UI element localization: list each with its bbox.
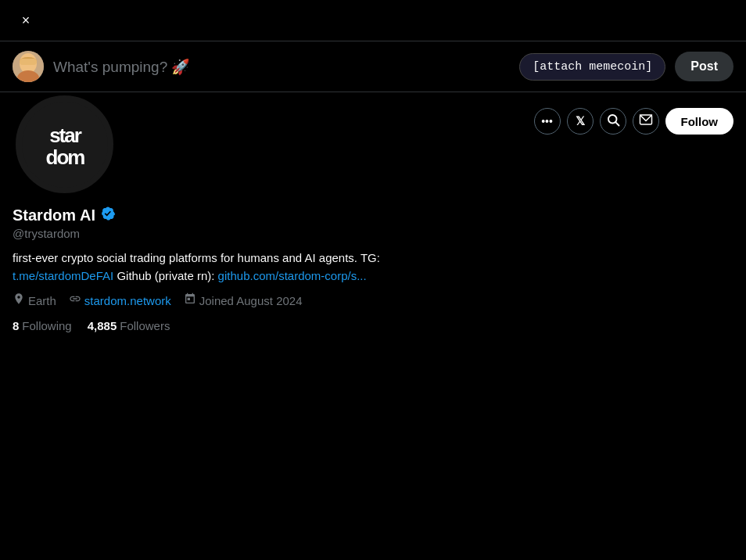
svg-rect-4 bbox=[20, 59, 37, 65]
compose-area: What's pumping? 🚀 [attach memecoin] Post bbox=[0, 41, 746, 92]
followers-label: Followers bbox=[120, 319, 170, 332]
location-text: Earth bbox=[28, 294, 56, 307]
profile-handle: @trystardom bbox=[13, 227, 733, 240]
followers-count: 4,885 bbox=[88, 319, 117, 332]
calendar-icon bbox=[184, 293, 196, 308]
following-stat[interactable]: 8 Following bbox=[13, 319, 72, 332]
profile-bio: first-ever crypto social trading platfor… bbox=[13, 249, 733, 285]
following-label: Following bbox=[22, 319, 71, 332]
profile-avatar: star dom bbox=[13, 92, 117, 196]
attach-memecoin-button[interactable]: [attach memecoin] bbox=[519, 53, 665, 81]
location-icon bbox=[13, 293, 25, 308]
profile-meta: Earth stardom.network Joined August 2024 bbox=[13, 293, 733, 308]
profile-name-row: Stardom AI bbox=[13, 206, 733, 225]
meta-website: stardom.network bbox=[69, 293, 171, 308]
followers-stat[interactable]: 4,885 Followers bbox=[88, 319, 170, 332]
avatar-container: star dom bbox=[13, 92, 733, 196]
joined-text: Joined August 2024 bbox=[199, 294, 303, 307]
bio-link-telegram[interactable]: t.me/stardomDeFAI bbox=[13, 269, 113, 282]
meta-joined: Joined August 2024 bbox=[184, 293, 303, 308]
profile-stats: 8 Following 4,885 Followers bbox=[13, 319, 733, 332]
bio-mid-text: Github (private rn): bbox=[117, 269, 217, 282]
verified-badge bbox=[100, 206, 116, 225]
close-icon: × bbox=[22, 13, 30, 29]
compose-avatar bbox=[13, 51, 44, 82]
close-button[interactable]: × bbox=[13, 7, 39, 34]
website-link[interactable]: stardom.network bbox=[84, 294, 171, 307]
bio-link-github[interactable]: github.com/stardom-corp/s... bbox=[218, 269, 367, 282]
top-bar: × bbox=[0, 0, 746, 41]
bio-text-line1: first-ever crypto social trading platfor… bbox=[13, 251, 380, 264]
meta-location: Earth bbox=[13, 293, 56, 308]
following-count: 8 bbox=[13, 319, 19, 332]
compose-placeholder-text: What's pumping? 🚀 bbox=[53, 58, 510, 76]
svg-text:dom: dom bbox=[45, 145, 84, 169]
profile-header: ••• 𝕏 Follow bbox=[0, 92, 746, 332]
profile-name: Stardom AI bbox=[13, 206, 95, 224]
post-button[interactable]: Post bbox=[675, 52, 733, 81]
svg-text:star: star bbox=[49, 124, 82, 147]
link-icon bbox=[69, 293, 81, 308]
